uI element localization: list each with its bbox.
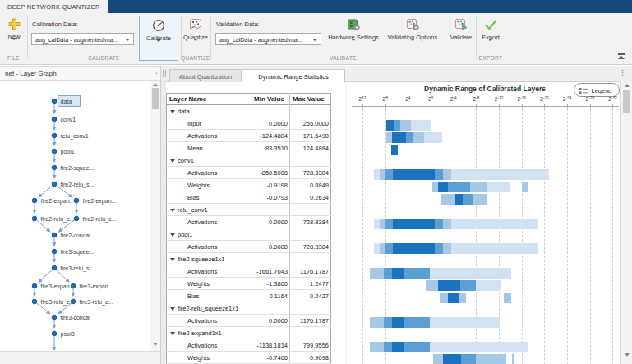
layer-graph-edge xyxy=(36,303,49,314)
x-tick-label: 2-8 xyxy=(467,96,485,102)
layer-name-cell: fire2-squeeze1x1 xyxy=(178,253,225,265)
tab-dynamic-range-statistics[interactable]: Dynamic Range Statistics xyxy=(242,69,345,83)
heatmap-segment xyxy=(470,182,487,192)
layer-node-data[interactable]: data xyxy=(52,96,80,107)
new-plus-icon xyxy=(2,18,26,32)
table-data-row[interactable]: Mean83.3510124.4884 xyxy=(166,142,331,154)
quantize-dropdown-caret xyxy=(193,39,198,48)
scroll-down-icon[interactable] xyxy=(625,353,630,357)
layer-name-cell: relu_conv1 xyxy=(178,204,208,216)
layer-node-label: fire3-concat xyxy=(61,315,91,320)
legend-button[interactable]: Legend xyxy=(574,83,620,97)
layer-node-fire2-relu-e[interactable]: fire2-relu_e... xyxy=(74,216,117,223)
chart-scrollbar-thumb[interactable] xyxy=(623,90,630,113)
heatmap-segment xyxy=(404,342,431,352)
layer-node-fire3-squee[interactable]: fire3-squee... xyxy=(52,249,94,256)
chart-vertical-scrollbar[interactable] xyxy=(620,81,632,364)
table-data-row[interactable]: Activations0.0000728.3384 xyxy=(166,241,331,253)
table-data-row[interactable]: Activations0.0000728.3384 xyxy=(166,216,331,228)
table-data-row[interactable]: Activations-124.4884171.6490 xyxy=(166,130,331,142)
min-value-cell: 0.0000 xyxy=(251,117,288,130)
scroll-down-icon[interactable] xyxy=(153,343,158,346)
collapse-triangle-icon[interactable] xyxy=(170,233,175,237)
collapse-triangle-icon[interactable] xyxy=(170,110,175,113)
table-group-row[interactable]: pool1 xyxy=(166,228,331,241)
heatmap-segment xyxy=(394,120,400,131)
calibration-data-combobox[interactable]: aug_calData - augmentedIma... xyxy=(31,33,134,45)
layer-node-fire3-expan[interactable]: fire3-expan... xyxy=(32,283,74,290)
layer-node-dot xyxy=(52,133,57,138)
heatmap-segment xyxy=(451,219,538,229)
hardware-settings-button[interactable]: Hardware Settings xyxy=(325,16,381,61)
column-header-layer-name[interactable]: Layer Name xyxy=(169,93,206,105)
ribbon-tab-deep-network-quantizer[interactable]: DEEP NETWORK QUANTIZER xyxy=(0,0,108,13)
table-data-row[interactable]: Bias-0.11640.2427 xyxy=(166,290,331,302)
heatmap-segment xyxy=(370,317,384,328)
layer-graph-canvas[interactable]: dataconv1relu_conv1pool1fire2-squee...fi… xyxy=(0,81,150,351)
tab-about-quantization[interactable]: About Quantization xyxy=(169,69,242,82)
table-data-row[interactable]: Weights-0.74060.9098 xyxy=(166,352,331,364)
layer-node-fire3-expan[interactable]: fire3-expan... xyxy=(71,283,113,290)
column-header-max-value[interactable]: Max Value xyxy=(293,93,325,105)
layer-node-fire2-relu-e[interactable]: fire2-relu_e... xyxy=(32,216,75,223)
layer-graph-menu-icon[interactable]: ⋮ xyxy=(153,69,160,77)
layer-graph-scrollbar-thumb[interactable] xyxy=(152,88,159,109)
quantize-icon xyxy=(178,18,213,33)
layer-node-relu-conv1[interactable]: relu_conv1 xyxy=(52,133,89,140)
layer-node-conv1[interactable]: conv1 xyxy=(52,117,76,122)
layer-node-pool1[interactable]: pool1 xyxy=(52,149,75,155)
table-data-row[interactable]: Input0.0000255.0000 xyxy=(166,117,331,130)
collapse-triangle-icon[interactable] xyxy=(170,209,175,212)
layer-node-fire3-concat[interactable]: fire3-concat xyxy=(52,315,90,320)
layer-node-label: fire2-relu_e... xyxy=(83,216,117,223)
validation-options-button[interactable]: Validation Options xyxy=(382,16,443,61)
chart-x-axis xyxy=(352,106,619,107)
export-button[interactable]: Export xyxy=(475,16,506,61)
combo-caret-icon xyxy=(312,39,317,41)
calibrate-button[interactable]: Calibrate xyxy=(139,16,178,61)
layer-name-cell: conv1 xyxy=(178,154,194,167)
table-data-row[interactable]: Activations-1661.70431176.1787 xyxy=(166,265,331,278)
table-group-row[interactable]: conv1 xyxy=(166,154,331,167)
layer-node-fire3-relu-s[interactable]: fire3-relu_s... xyxy=(52,265,94,272)
table-group-row[interactable]: relu_conv1 xyxy=(166,204,331,216)
table-data-row[interactable]: Activations-1138.1814799.9556 xyxy=(166,339,331,352)
table-group-row[interactable]: fire2-expand1x1 xyxy=(166,327,331,339)
document-panel-menu-icon[interactable]: ⋮ xyxy=(619,68,626,76)
table-group-row[interactable]: fire2-squeeze1x1 xyxy=(166,253,331,265)
layer-node-fire3-relu-e[interactable]: fire3-relu_e... xyxy=(71,299,113,306)
table-data-row[interactable]: Bias-0.07930.2634 xyxy=(166,191,331,204)
layer-graph-vertical-scrollbar[interactable] xyxy=(150,81,160,351)
scroll-up-icon[interactable] xyxy=(625,84,630,87)
layer-node-fire2-concat[interactable]: fire2-concat xyxy=(52,233,90,238)
layer-node-pool3[interactable]: pool3 xyxy=(52,331,75,338)
collapse-triangle-icon[interactable] xyxy=(170,332,175,335)
column-header-min-value[interactable]: Min Value xyxy=(254,93,284,105)
validate-button[interactable]: Validate xyxy=(445,16,477,61)
layer-node-fire2-expan[interactable]: fire2-expan... xyxy=(32,198,74,205)
collapse-triangle-icon[interactable] xyxy=(170,159,175,163)
collapse-triangle-icon[interactable] xyxy=(170,258,175,261)
layer-name-cell: pool1 xyxy=(178,228,192,241)
collapse-triangle-icon[interactable] xyxy=(170,307,175,311)
table-data-row[interactable]: Weights-0.91980.8849 xyxy=(166,179,331,191)
collapse-toolstrip-button[interactable] xyxy=(616,53,626,61)
table-group-row[interactable]: fire2-relu_squeeze1x1 xyxy=(166,302,331,315)
layer-node-fire2-squee[interactable]: fire2-squee... xyxy=(52,165,94,172)
new-button[interactable]: New xyxy=(2,16,26,61)
table-data-row[interactable]: Activations0.00001176.1787 xyxy=(166,315,331,327)
layer-name-cell: Mean xyxy=(187,142,203,154)
quantize-button[interactable]: Quantize xyxy=(178,16,213,61)
layer-node-dot xyxy=(52,149,57,154)
scroll-up-icon[interactable] xyxy=(153,83,158,86)
table-group-row[interactable]: data xyxy=(166,105,331,117)
layer-node-label: fire3-relu_e... xyxy=(80,299,113,306)
x-tick-label: 2-16 xyxy=(513,96,531,102)
layer-name-cell: Weights xyxy=(187,352,210,364)
table-data-row[interactable]: Activations-850.5908728.3384 xyxy=(166,167,331,179)
table-data-row[interactable]: Weights-1.38001.2477 xyxy=(166,278,331,290)
layer-node-fire2-expan[interactable]: fire2-expan... xyxy=(74,198,116,205)
validation-data-combobox[interactable]: aug_calData - augmentedIma... xyxy=(215,33,321,45)
heatmap-segment xyxy=(393,243,435,254)
heatmap-segment xyxy=(385,243,393,254)
